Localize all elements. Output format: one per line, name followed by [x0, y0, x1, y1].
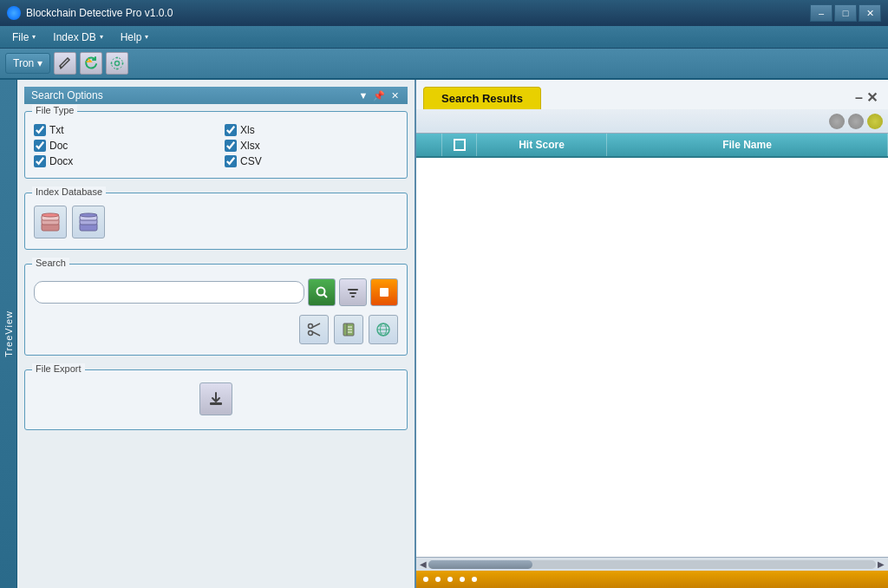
- col-header-checkbox: [442, 134, 477, 156]
- results-toolbar: [416, 109, 888, 134]
- results-body: [416, 158, 888, 557]
- tree-sidebar: TreeView: [0, 80, 17, 588]
- svg-point-3: [116, 69, 118, 70]
- edit-button[interactable]: [54, 52, 76, 75]
- status-dot-3: [447, 577, 453, 582]
- checkbox-txt-input[interactable]: [34, 124, 46, 136]
- search-input[interactable]: [42, 286, 297, 298]
- status-dot-1: [423, 577, 428, 582]
- checkbox-doc-input[interactable]: [34, 140, 46, 152]
- h-scrollbar-area: ◀ ▶: [416, 557, 888, 571]
- scroll-left-arrow[interactable]: ◀: [418, 559, 428, 569]
- db-open-button[interactable]: [34, 206, 67, 238]
- svg-point-14: [317, 288, 325, 296]
- search-tools-row: [34, 315, 398, 344]
- checkbox-txt[interactable]: Txt: [34, 124, 207, 136]
- filter-button[interactable]: [339, 278, 367, 306]
- results-status-bar: [416, 571, 888, 588]
- svg-line-22: [312, 323, 320, 328]
- checkbox-docx[interactable]: Docx: [34, 155, 207, 167]
- app-title: Blockchain Detective Pro v1.0.0: [26, 7, 810, 19]
- checkbox-csv-input[interactable]: [225, 155, 237, 167]
- app-icon: [7, 6, 21, 20]
- svg-point-1: [112, 58, 123, 69]
- help-menu-arrow: ▾: [145, 33, 148, 41]
- maximize-button[interactable]: □: [834, 4, 857, 22]
- file-type-label: File Type: [32, 105, 77, 115]
- scroll-right-arrow[interactable]: ▶: [876, 559, 886, 569]
- results-tab-bar: Search Results – ✕: [416, 80, 888, 109]
- checkbox-xlsx-input[interactable]: [225, 140, 237, 152]
- svg-point-5: [122, 62, 124, 64]
- svg-rect-19: [380, 288, 388, 297]
- svg-point-4: [111, 62, 113, 64]
- treeview-label: TreeView: [3, 310, 14, 357]
- menu-indexdb[interactable]: Index DB ▾: [44, 28, 111, 47]
- menu-file[interactable]: File ▾: [3, 28, 44, 47]
- checkbox-csv[interactable]: CSV: [225, 155, 398, 167]
- title-bar: Blockchain Detective Pro v1.0.0 – □ ✕: [0, 0, 888, 26]
- file-type-section: File Type Txt Xls Doc Xlsx: [24, 111, 408, 179]
- checkbox-xls[interactable]: Xls: [225, 124, 398, 136]
- search-section: Search: [24, 264, 408, 356]
- db-save-button[interactable]: [72, 206, 105, 238]
- checkbox-xls-input[interactable]: [225, 124, 237, 136]
- col-header-hit-score: Hit Score: [477, 134, 607, 156]
- svg-point-9: [42, 213, 59, 217]
- h-scrollbar[interactable]: [428, 560, 876, 569]
- menu-help[interactable]: Help ▾: [112, 28, 158, 47]
- title-bar-controls: – □ ✕: [810, 4, 881, 22]
- stop-button[interactable]: [370, 278, 398, 306]
- network-dropdown[interactable]: Tron ▾: [5, 53, 50, 74]
- refresh-button[interactable]: [80, 52, 102, 75]
- export-button[interactable]: [199, 382, 232, 415]
- checkbox-doc[interactable]: Doc: [34, 140, 207, 152]
- svg-line-23: [312, 332, 320, 336]
- index-db-row: [34, 206, 398, 238]
- results-minimize-btn[interactable]: –: [855, 90, 863, 106]
- svg-rect-34: [210, 402, 222, 405]
- checkbox-xlsx[interactable]: Xlsx: [225, 140, 398, 152]
- results-table-header: Hit Score File Name: [416, 134, 888, 158]
- file-type-grid: Txt Xls Doc Xlsx Docx: [34, 124, 398, 167]
- panel-pin-icon[interactable]: 📌: [373, 90, 385, 101]
- scissors-button[interactable]: [299, 315, 329, 344]
- col-header-file-name: File Name: [607, 134, 888, 156]
- settings-button[interactable]: [106, 52, 128, 75]
- results-ctrl-2[interactable]: [848, 114, 864, 129]
- left-panel: Search Options ▼ 📌 ✕ File Type Txt Xls: [17, 80, 416, 588]
- results-close-btn[interactable]: ✕: [866, 89, 878, 106]
- globe-button[interactable]: [369, 315, 398, 344]
- indexdb-menu-arrow: ▾: [100, 33, 103, 41]
- left-panel-header: Search Options ▼ 📌 ✕: [24, 87, 408, 104]
- search-input-wrap: [34, 281, 304, 304]
- svg-point-13: [80, 213, 97, 217]
- main-area: TreeView Search Options ▼ 📌 ✕ File Type …: [0, 80, 888, 588]
- panel-close-icon[interactable]: ✕: [388, 90, 401, 101]
- panel-header-controls: ▼ 📌 ✕: [357, 90, 401, 101]
- svg-line-15: [324, 295, 328, 298]
- panel-float-icon[interactable]: ▼: [357, 90, 369, 101]
- search-label: Search: [32, 258, 69, 268]
- book-button[interactable]: [334, 315, 363, 344]
- file-export-label: File Export: [32, 363, 85, 374]
- svg-point-2: [116, 57, 118, 59]
- menu-bar: File ▾ Index DB ▾ Help ▾: [0, 26, 888, 49]
- status-dot-2: [435, 577, 441, 582]
- index-database-label: Index Database: [32, 186, 106, 197]
- svg-point-20: [309, 324, 313, 329]
- checkbox-docx-input[interactable]: [34, 155, 46, 167]
- index-database-section: Index Database: [24, 193, 408, 250]
- minimize-button[interactable]: –: [810, 4, 832, 22]
- results-ctrl-1[interactable]: [829, 114, 845, 129]
- results-ctrl-3[interactable]: [867, 114, 883, 129]
- search-results-tab[interactable]: Search Results: [423, 87, 541, 109]
- h-scrollbar-thumb[interactable]: [428, 560, 532, 569]
- close-button[interactable]: ✕: [859, 4, 881, 22]
- toolbar: Tron ▾: [0, 49, 888, 80]
- file-export-section: File Export: [24, 369, 408, 430]
- status-dot-5: [472, 577, 477, 582]
- search-row: [34, 278, 398, 306]
- svg-rect-17: [349, 292, 356, 294]
- search-button[interactable]: [308, 278, 336, 306]
